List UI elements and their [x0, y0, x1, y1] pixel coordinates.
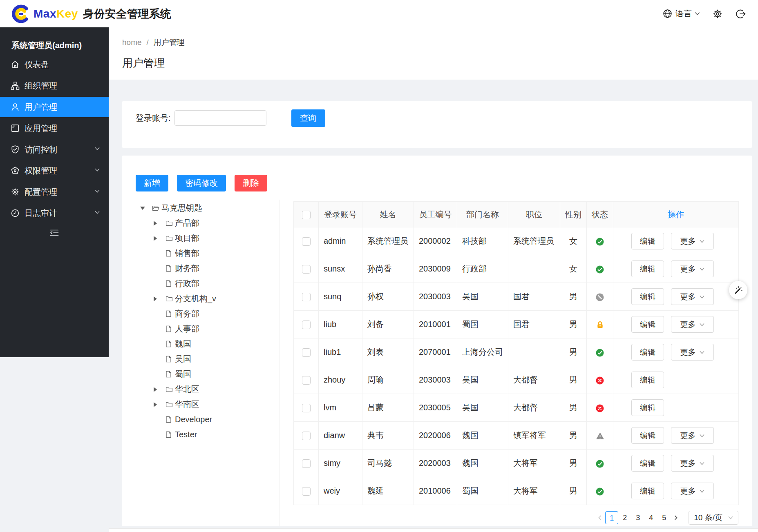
row-checkbox[interactable] [302, 348, 311, 357]
sidebar-user-title: 系统管理员(admin) [0, 27, 109, 51]
cell-gender: 男 [560, 422, 587, 450]
cell-gender: 男 [560, 477, 587, 505]
row-checkbox[interactable] [302, 432, 311, 440]
sidebar-item-access[interactable]: 访问控制 [0, 139, 109, 160]
edit-button[interactable]: 编辑 [631, 455, 664, 472]
cell-name: 司马懿 [362, 450, 414, 477]
edit-button[interactable]: 编辑 [631, 288, 664, 305]
column-header: 状态 [587, 202, 613, 227]
tree-node[interactable]: 蜀国 [154, 367, 279, 382]
row-checkbox[interactable] [302, 459, 311, 468]
more-button[interactable]: 更多 [671, 344, 714, 361]
tree-node[interactable]: 商务部 [154, 306, 279, 321]
select-all-checkbox[interactable] [302, 211, 311, 219]
cell-employee-no: 2030003 [414, 283, 457, 311]
tree-caret-right-icon[interactable] [154, 221, 165, 226]
cell-status [587, 450, 613, 477]
status-inactive-icon [596, 376, 604, 385]
more-button[interactable]: 更多 [671, 455, 714, 472]
logout-icon[interactable] [735, 9, 746, 19]
tree-node[interactable]: 行政部 [154, 276, 279, 291]
tree-caret-down-icon[interactable] [140, 207, 152, 210]
account-input[interactable] [174, 110, 266, 126]
tree-caret-right-icon[interactable] [154, 387, 165, 392]
sidebar-item-dashboard[interactable]: 仪表盘 [0, 54, 109, 75]
header-actions: 语言 [662, 0, 746, 27]
sidebar-item-audit[interactable]: 日志审计 [0, 203, 109, 223]
cell-name: 刘备 [362, 311, 414, 338]
tree-node[interactable]: 魏国 [154, 336, 279, 352]
menu-fold-icon[interactable] [0, 229, 109, 236]
tree-node[interactable]: 人事部 [154, 321, 279, 336]
tree-node[interactable]: 财务部 [154, 261, 279, 276]
change-password-button[interactable]: 密码修改 [177, 175, 226, 191]
more-button[interactable]: 更多 [671, 288, 714, 305]
tree-caret-right-icon[interactable] [154, 296, 165, 301]
cell-gender: 女 [560, 227, 587, 255]
page-button-1[interactable]: 1 [605, 511, 618, 524]
file-icon [165, 356, 174, 363]
tree-node[interactable]: 销售部 [154, 246, 279, 261]
brand-title: 身份安全管理系统 [83, 7, 171, 21]
magic-wand-fab[interactable] [729, 281, 747, 299]
more-button[interactable]: 更多 [671, 260, 714, 277]
edit-button[interactable]: 编辑 [631, 372, 664, 388]
breadcrumb-home[interactable]: home [122, 38, 142, 47]
tree-node[interactable]: 华南区 [154, 397, 279, 412]
query-button[interactable]: 查询 [291, 109, 325, 127]
cell-employee-no: 2020006 [414, 422, 457, 450]
tree-caret-right-icon[interactable] [154, 236, 165, 241]
edit-button[interactable]: 编辑 [631, 427, 664, 444]
row-checkbox[interactable] [302, 487, 311, 496]
sidebar-item-user[interactable]: 用户管理 [0, 97, 109, 117]
edit-button[interactable]: 编辑 [631, 260, 664, 277]
sidebar-item-config[interactable]: 配置管理 [0, 182, 109, 202]
sidebar-item-permission[interactable]: 权限管理 [0, 160, 109, 181]
status-locked-icon [596, 321, 604, 329]
tree-node[interactable]: Tester [154, 427, 279, 442]
add-button[interactable]: 新增 [136, 175, 168, 191]
tree-node[interactable]: 马克思钥匙 [140, 200, 279, 216]
more-button[interactable]: 更多 [671, 483, 714, 499]
sidebar-item-app[interactable]: 应用管理 [0, 118, 109, 138]
edit-button[interactable]: 编辑 [631, 483, 664, 499]
page-size-select[interactable]: 10 条/页 [689, 511, 738, 525]
tree-node[interactable]: 项目部 [154, 231, 279, 246]
page-button-2[interactable]: 2 [618, 511, 631, 524]
edit-button[interactable]: 编辑 [631, 344, 664, 361]
page-button-3[interactable]: 3 [631, 511, 644, 524]
tree-node[interactable]: 华北区 [154, 382, 279, 397]
page-list: 12345 [605, 511, 671, 524]
tree-caret-right-icon[interactable] [154, 402, 165, 407]
column-header[interactable]: 操作 [613, 202, 739, 227]
page-button-5[interactable]: 5 [657, 511, 671, 524]
cell-position: 镇军将军 [508, 422, 560, 450]
sidebar-item-org[interactable]: 组织管理 [0, 76, 109, 96]
file-icon [165, 325, 174, 332]
chevron-down-icon [95, 189, 100, 193]
edit-button[interactable]: 编辑 [631, 316, 664, 333]
row-checkbox[interactable] [302, 293, 311, 301]
more-button[interactable]: 更多 [671, 427, 714, 444]
row-checkbox[interactable] [302, 404, 311, 412]
row-checkbox[interactable] [302, 376, 311, 385]
next-page-button[interactable] [671, 511, 681, 524]
prev-page-button[interactable] [595, 511, 605, 524]
settings-icon[interactable] [712, 9, 723, 19]
language-menu[interactable]: 语言 [662, 8, 700, 19]
more-button[interactable]: 更多 [671, 316, 714, 333]
brand-key: Key [56, 7, 78, 20]
tree-node[interactable]: 产品部 [154, 216, 279, 231]
delete-button[interactable]: 删除 [235, 175, 267, 191]
edit-button[interactable]: 编辑 [631, 233, 664, 249]
more-button[interactable]: 更多 [671, 233, 714, 249]
row-checkbox[interactable] [302, 321, 311, 329]
tree-node[interactable]: Developer [154, 412, 279, 427]
row-checkbox[interactable] [302, 265, 311, 274]
tree-node[interactable]: 吴国 [154, 352, 279, 367]
tree-node[interactable]: 分支机构_v [154, 291, 279, 306]
row-checkbox[interactable] [302, 237, 311, 246]
page-button-4[interactable]: 4 [644, 511, 657, 524]
file-icon [165, 280, 174, 287]
edit-button[interactable]: 编辑 [631, 399, 664, 416]
